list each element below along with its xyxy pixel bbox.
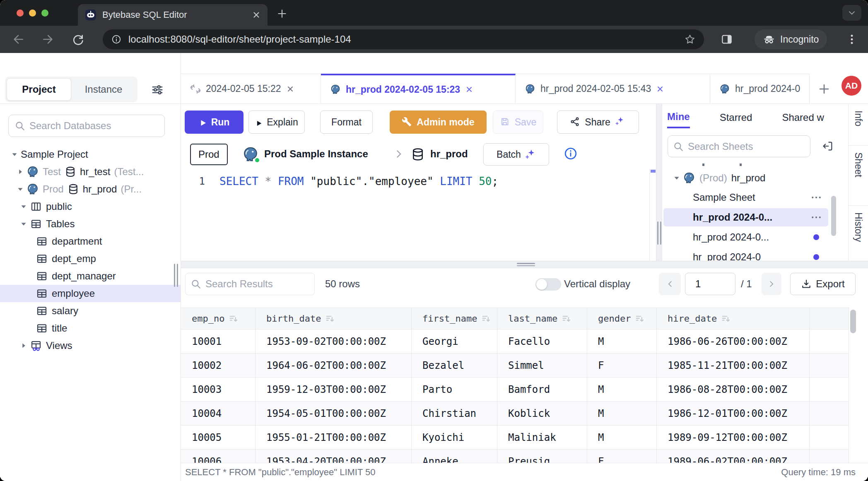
tab-search-chevron-button[interactable] <box>842 5 861 21</box>
sort-icon[interactable] <box>562 314 571 324</box>
tab-starred[interactable]: Starred <box>720 106 752 127</box>
tree-item-dept-emp[interactable]: dept_emp <box>0 250 181 267</box>
tab-shared-with-me[interactable]: Shared w <box>782 106 824 127</box>
sheet-item[interactable]: hr_prod 2024-0... <box>662 227 848 247</box>
close-worksheet-icon[interactable] <box>656 85 664 93</box>
column-header-gender[interactable]: gender <box>587 308 657 329</box>
run-button[interactable]: Run <box>185 111 244 134</box>
environment-chip[interactable]: Prod <box>190 144 228 165</box>
sheet-group-row[interactable]: (Prod) hr_prod <box>662 168 848 188</box>
close-browser-tab-icon[interactable] <box>252 10 261 19</box>
column-header-emp_no[interactable]: emp_no <box>181 308 256 329</box>
batch-button[interactable]: Batch <box>483 143 549 166</box>
worksheet-tab[interactable]: hr_prod 2024-02-05 15:43 <box>516 74 710 103</box>
tab-mine[interactable]: Mine <box>667 105 690 128</box>
sql-code-editor[interactable]: 1 SELECT * FROM "public"."employee" LIMI… <box>181 169 649 261</box>
share-button[interactable]: Share <box>557 111 639 134</box>
sheet-item[interactable]: Sample Sheet <box>662 188 848 207</box>
sort-icon[interactable] <box>229 314 239 324</box>
sort-icon[interactable] <box>721 314 731 324</box>
close-window-button[interactable] <box>17 10 24 17</box>
sheet-item[interactable]: hr_prod 2024-0... <box>662 207 848 227</box>
tree-item-dept-manager[interactable]: dept_manager <box>0 267 181 285</box>
url-bar[interactable]: localhost:8080/sql-editor/sheet/project-… <box>103 29 704 49</box>
tree-item-prod[interactable]: Prodhr_prod(Pr... <box>0 180 181 198</box>
new-tab-button[interactable] <box>277 8 287 19</box>
caret-right-icon[interactable] <box>16 166 27 177</box>
minimize-window-button[interactable] <box>29 10 36 17</box>
sort-icon[interactable] <box>481 314 491 324</box>
search-sheets-input[interactable] <box>688 141 805 152</box>
more-menu-icon[interactable] <box>810 191 822 204</box>
sidebar-resize-handle[interactable] <box>174 264 178 287</box>
page-number-input[interactable] <box>685 273 735 295</box>
explain-button[interactable]: Explain <box>248 111 305 134</box>
export-button[interactable]: Export <box>790 273 856 295</box>
rail-tab-history[interactable]: History <box>849 206 868 261</box>
column-header-hire_date[interactable]: hire_date <box>657 308 810 329</box>
bookmark-star-icon[interactable] <box>684 34 696 45</box>
sheet-panel-scrollbar[interactable] <box>831 196 836 236</box>
back-icon[interactable] <box>12 33 25 46</box>
tree-item-employee[interactable]: employee <box>0 285 181 302</box>
rail-tab-info[interactable]: Info <box>849 104 868 146</box>
instance-name[interactable]: Prod Sample Instance <box>264 148 368 160</box>
column-header-first_name[interactable]: first_name <box>412 308 497 329</box>
horizontal-splitter[interactable] <box>181 261 868 268</box>
search-results-input[interactable] <box>205 278 309 290</box>
site-info-icon[interactable] <box>111 34 122 45</box>
column-header-birth_date[interactable]: birth_date <box>256 308 412 329</box>
forward-icon[interactable] <box>41 33 55 46</box>
search-databases-input[interactable] <box>29 120 159 132</box>
tree-item-department[interactable]: department <box>0 233 181 250</box>
tree-item-title[interactable]: title <box>0 320 181 337</box>
worksheet-tab[interactable]: hr_prod 2024-0 <box>710 74 810 103</box>
column-header-last_name[interactable]: last_name <box>497 308 587 329</box>
browser-menu-icon[interactable] <box>846 33 858 46</box>
caret-down-icon[interactable] <box>19 201 30 212</box>
caret-down-icon[interactable] <box>672 173 683 183</box>
filter-sliders-icon[interactable] <box>151 84 164 96</box>
save-button[interactable]: Save <box>493 111 543 134</box>
more-menu-icon[interactable] <box>810 211 822 224</box>
editor-overview-ruler[interactable] <box>649 169 656 261</box>
close-worksheet-icon[interactable] <box>286 85 294 93</box>
tab-instance[interactable]: Instance <box>71 78 136 101</box>
worksheet-tab[interactable]: 2024-02-05 15:22 <box>181 74 321 103</box>
sort-icon[interactable] <box>325 314 335 324</box>
sort-icon[interactable] <box>635 314 645 324</box>
worksheet-tab[interactable]: hr_prod 2024-02-05 15:23 <box>321 74 516 103</box>
side-panel-icon[interactable] <box>721 33 733 46</box>
tree-item-views[interactable]: Views <box>0 337 181 354</box>
caret-down-icon[interactable] <box>16 184 27 195</box>
ai-sparkles-icon[interactable] <box>615 116 626 128</box>
tab-project[interactable]: Project <box>7 78 71 101</box>
browser-tab[interactable]: Bytebase SQL Editor <box>78 4 268 26</box>
avatar[interactable]: AD <box>841 76 861 96</box>
table-scrollbar[interactable] <box>850 310 856 333</box>
tree-item-public[interactable]: public <box>0 198 181 215</box>
tree-item-test[interactable]: Testhr_test(Test... <box>0 163 181 180</box>
sheet-search-box <box>668 135 810 157</box>
vertical-display-toggle[interactable] <box>535 278 561 291</box>
reload-icon[interactable] <box>71 33 84 46</box>
rail-tab-sheet[interactable]: Sheet <box>849 146 868 206</box>
close-worksheet-icon[interactable] <box>465 85 473 94</box>
next-page-button[interactable] <box>762 273 781 295</box>
format-button[interactable]: Format <box>320 111 373 134</box>
caret-down-icon[interactable] <box>19 219 30 229</box>
caret-right-icon[interactable] <box>19 340 30 351</box>
sheet-item[interactable]: hr_prod 2024-0 <box>662 247 848 261</box>
tree-item-salary[interactable]: salary <box>0 302 181 320</box>
caret-down-icon[interactable] <box>10 149 21 160</box>
import-sheet-icon[interactable] <box>822 140 834 152</box>
tree-item-sample-project[interactable]: Sample Project <box>0 146 181 163</box>
maximize-window-button[interactable] <box>41 10 48 17</box>
prev-page-button[interactable] <box>659 273 681 295</box>
vertical-splitter[interactable] <box>656 104 662 261</box>
database-name[interactable]: hr_prod <box>430 148 468 160</box>
admin-mode-button[interactable]: Admin mode <box>390 111 487 134</box>
info-circle-icon[interactable] <box>564 147 578 161</box>
add-worksheet-button[interactable] <box>818 83 830 95</box>
tree-item-tables[interactable]: Tables <box>0 215 181 233</box>
